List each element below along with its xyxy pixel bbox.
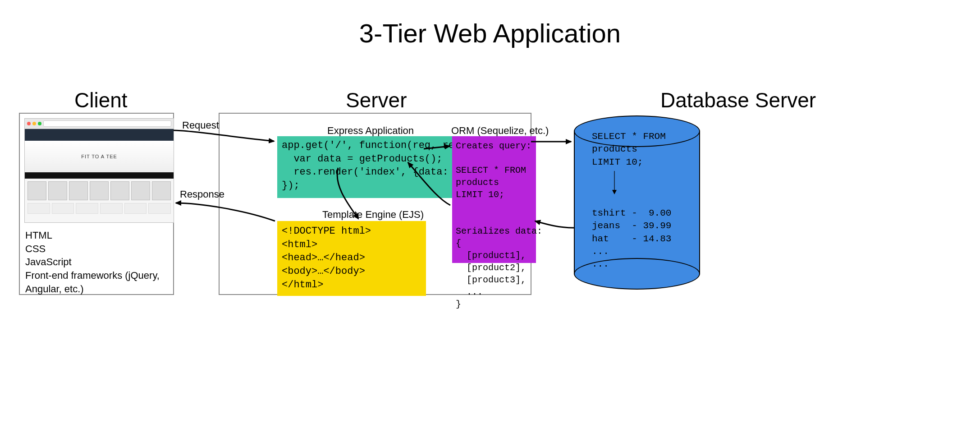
dark-strip <box>25 172 174 179</box>
product-thumb <box>148 203 171 214</box>
orm-box: Creates query: SELECT * FROM products LI… <box>452 136 536 263</box>
hero-banner: FIT TO A TEE <box>25 141 174 172</box>
database-cylinder: SELECT * FROM products LIMIT 10; tshirt … <box>574 131 700 274</box>
product-thumbs-row-2 <box>25 203 174 214</box>
client-tech-item: CSS <box>25 242 173 256</box>
product-thumb <box>27 181 46 200</box>
hero-text: FIT TO A TEE <box>81 154 117 159</box>
db-column-label: Database Server <box>660 88 816 112</box>
product-thumbs-row <box>25 179 174 203</box>
product-thumb <box>27 203 50 214</box>
response-arrow-label: Response <box>180 189 224 200</box>
ejs-code-box: <!DOCTYPE html> <html> <head>…</head> <b… <box>277 221 426 296</box>
browser-chrome-bar <box>25 119 174 129</box>
product-thumb <box>76 203 98 214</box>
site-navbar <box>25 129 174 141</box>
product-thumb <box>52 203 74 214</box>
client-column-label: Client <box>74 88 128 112</box>
product-thumb <box>69 181 88 200</box>
product-thumb <box>100 203 123 214</box>
client-tech-item: Front-end frameworks (jQuery, Angular, e… <box>25 269 173 295</box>
product-thumb <box>152 181 171 200</box>
product-thumb <box>131 181 150 200</box>
diagram-title: 3-Tier Web Application <box>0 18 980 48</box>
client-panel: FIT TO A TEE HTML CSS JavaScript Front-e… <box>19 113 174 295</box>
request-arrow-label: Request <box>182 120 219 131</box>
db-internal-arrow-icon <box>610 171 619 196</box>
product-thumb <box>48 181 67 200</box>
ejs-code: <!DOCTYPE html> <html> <head>…</head> <b… <box>282 225 421 291</box>
express-code-box: app.get('/', function(req, res) { var da… <box>277 136 453 198</box>
ejs-label: Template Engine (EJS) <box>322 209 424 221</box>
product-thumb <box>124 203 147 214</box>
product-thumb <box>110 181 129 200</box>
express-label: Express Application <box>327 125 414 137</box>
db-text: SELECT * FROM products LIMIT 10; tshirt … <box>592 130 671 271</box>
address-bar <box>43 120 171 127</box>
express-code: app.get('/', function(req, res) { var da… <box>282 139 449 193</box>
window-close-dot <box>27 122 31 125</box>
orm-text: Creates query: SELECT * FROM products LI… <box>456 140 532 310</box>
product-thumb <box>90 181 109 200</box>
client-tech-item: JavaScript <box>25 255 173 269</box>
window-min-dot <box>32 122 36 125</box>
window-max-dot <box>38 122 41 125</box>
svg-marker-1 <box>612 190 617 194</box>
client-tech-list: HTML CSS JavaScript Front-end frameworks… <box>25 229 173 295</box>
client-tech-item: HTML <box>25 229 173 242</box>
orm-label: ORM (Sequelize, etc.) <box>451 125 549 137</box>
browser-screenshot-mock: FIT TO A TEE <box>24 118 174 223</box>
server-column-label: Server <box>346 88 407 112</box>
